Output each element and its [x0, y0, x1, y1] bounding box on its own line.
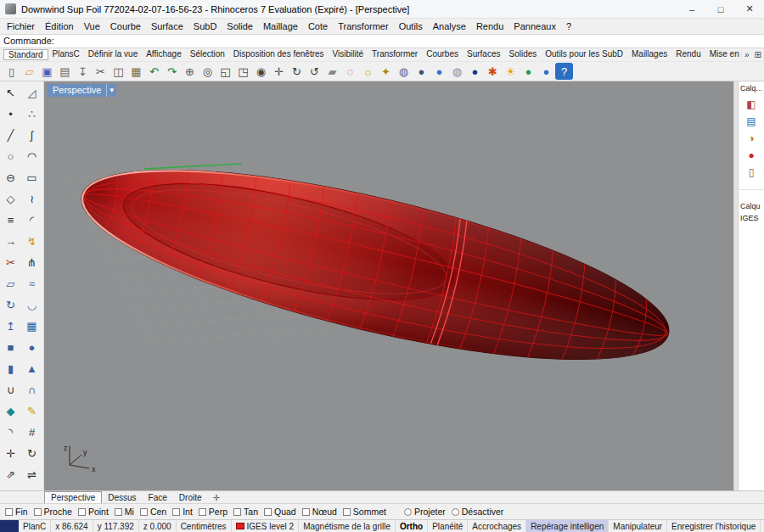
move-icon[interactable]: ✛: [1, 444, 20, 463]
menu-item[interactable]: Fichier: [2, 21, 40, 31]
redo-icon[interactable]: ↷: [163, 63, 181, 80]
osnap-toggle[interactable]: Fin: [5, 507, 28, 517]
toolbar-tab[interactable]: Rendu: [671, 49, 705, 60]
undo-icon[interactable]: ↶: [145, 63, 163, 80]
menu-item[interactable]: Édition: [40, 21, 79, 31]
layers-panel-icon[interactable]: ▤: [744, 115, 759, 128]
curve-icon[interactable]: ∫: [22, 126, 42, 145]
mirror-icon[interactable]: ⇌: [22, 465, 42, 484]
pan-icon[interactable]: ⊕: [181, 63, 199, 80]
open-file-icon[interactable]: ▱: [20, 63, 38, 80]
toolbar-tab[interactable]: Surfaces: [463, 49, 504, 60]
osnap-toggle[interactable]: Cen: [140, 507, 166, 517]
rendered-display-icon[interactable]: ●: [430, 63, 448, 80]
checkbox-icon[interactable]: [302, 508, 310, 516]
units-indicator[interactable]: Centimètres: [177, 520, 232, 532]
layers-section-label[interactable]: Calqu: [739, 189, 764, 212]
new-viewport-icon[interactable]: ✛: [208, 493, 225, 502]
osnap-option[interactable]: Projeter: [404, 507, 446, 517]
status-toggle[interactable]: Ortho: [396, 520, 428, 532]
select-pointer-icon[interactable]: ↖: [1, 83, 20, 103]
menu-item[interactable]: ?: [561, 21, 576, 31]
zoom-selected-icon[interactable]: ◉: [252, 63, 270, 80]
menu-item[interactable]: Solide: [222, 21, 258, 31]
toolbar-tab[interactable]: Disposition des fenêtres: [229, 49, 329, 60]
cone-icon[interactable]: ▲: [22, 359, 42, 378]
viewport-tab[interactable]: Perspective: [44, 491, 102, 503]
render-icon[interactable]: ●: [466, 63, 484, 80]
undo-view-icon[interactable]: ↺: [306, 63, 323, 80]
cut-icon[interactable]: ✂: [92, 63, 110, 80]
toolbar-tab[interactable]: Maillages: [627, 49, 671, 60]
toolbar-tab[interactable]: Standard: [3, 49, 48, 60]
fillet-curve-icon[interactable]: ◜: [22, 210, 42, 230]
export-icon[interactable]: ↧: [74, 63, 92, 80]
osnap-toggle[interactable]: Nœud: [302, 507, 337, 517]
checkbox-icon[interactable]: [343, 508, 351, 516]
curve-boolean-icon[interactable]: ↯: [22, 232, 42, 251]
viewport-perspective[interactable]: z y x Perspective ▾: [44, 81, 733, 490]
minimize-button[interactable]: –: [677, 0, 706, 18]
move-tool-icon[interactable]: ✛: [270, 63, 288, 80]
properties-panel-icon[interactable]: ◧: [744, 98, 759, 111]
notes-panel-icon[interactable]: ▯: [744, 165, 759, 179]
save-file-icon[interactable]: ▣: [38, 63, 56, 80]
checkbox-icon[interactable]: [172, 508, 180, 516]
menu-item[interactable]: SubD: [188, 21, 222, 31]
shaded-display-icon[interactable]: ●: [413, 63, 430, 80]
polygon-icon[interactable]: ◇: [1, 189, 20, 209]
rotate-view-icon[interactable]: ↻: [288, 63, 306, 80]
rectangle-icon[interactable]: ▭: [22, 168, 42, 188]
osnap-toggle[interactable]: Sommet: [343, 507, 386, 517]
viewport-tab[interactable]: Dessus: [102, 491, 142, 503]
osnap-toggle[interactable]: Proche: [34, 507, 72, 517]
help-icon[interactable]: ?: [555, 63, 573, 80]
extend-curve-icon[interactable]: →: [1, 232, 20, 251]
radio-icon[interactable]: [452, 508, 459, 516]
status-toggle[interactable]: Repérage intelligen: [526, 520, 609, 532]
menu-item[interactable]: Outils: [394, 21, 428, 31]
brush-select-icon[interactable]: ◿: [22, 83, 42, 103]
checkbox-icon[interactable]: [78, 508, 86, 516]
split-icon[interactable]: ⋔: [22, 253, 42, 272]
osnap-toggle[interactable]: Int: [172, 507, 193, 517]
new-file-icon[interactable]: ▯: [3, 63, 20, 80]
checkbox-icon[interactable]: [140, 508, 148, 516]
toolbar-tab[interactable]: Transformer: [368, 49, 422, 60]
osnap-option[interactable]: Désactiver: [452, 507, 504, 517]
status-toggle[interactable]: Manipulateur: [609, 520, 667, 532]
menu-item[interactable]: Transformer: [333, 21, 394, 31]
menu-item[interactable]: Analyse: [428, 21, 471, 31]
layer-name[interactable]: IGES: [739, 212, 764, 224]
menu-item[interactable]: Cote: [303, 21, 333, 31]
status-toggle[interactable]: Filtre: [761, 520, 764, 532]
print-icon[interactable]: ▤: [56, 63, 74, 80]
osnap-toggle[interactable]: Tan: [233, 507, 258, 517]
osnap-toggle[interactable]: Mi: [115, 507, 134, 517]
lock-icon[interactable]: ✦: [377, 63, 395, 80]
viewport-canvas[interactable]: z y x: [44, 81, 733, 490]
boolean-union-icon[interactable]: ∪: [1, 380, 20, 400]
viewport-title-menu-arrow[interactable]: ▾: [106, 84, 116, 97]
panel-tab-calques[interactable]: Calq...: [739, 81, 764, 96]
osnap-toggle[interactable]: Quad: [264, 507, 296, 517]
panel-toggle-icon[interactable]: ⊞: [752, 50, 764, 59]
offset-curve-icon[interactable]: ≡: [1, 210, 20, 230]
toolbar-tab[interactable]: Courbes: [422, 49, 463, 60]
checkbox-icon[interactable]: [264, 508, 272, 516]
patch-icon[interactable]: ▦: [22, 316, 42, 336]
zoom-window-icon[interactable]: ◱: [216, 63, 234, 80]
radio-icon[interactable]: [404, 508, 412, 516]
menu-item[interactable]: Surface: [146, 21, 188, 31]
point-icon[interactable]: •: [1, 104, 20, 124]
helix-icon[interactable]: ≀: [22, 189, 42, 209]
box-icon[interactable]: ■: [1, 338, 20, 357]
boolean-difference-icon[interactable]: ∩: [22, 380, 42, 400]
toolbar-tab[interactable]: Mise en plan: [705, 49, 742, 60]
status-toggle[interactable]: Magnétisme de la grille: [299, 520, 396, 532]
materials-panel-icon[interactable]: ●: [744, 148, 759, 162]
fillet-edge-icon[interactable]: ◝: [1, 423, 20, 442]
current-layer-button[interactable]: IGES level 2: [232, 520, 300, 532]
cplane-tool-icon[interactable]: ▰: [323, 63, 341, 80]
polyline-icon[interactable]: ╱: [1, 126, 20, 145]
